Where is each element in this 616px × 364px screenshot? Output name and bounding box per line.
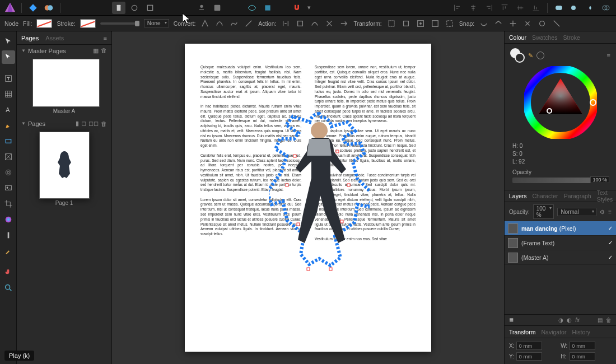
stroke-width-slider[interactable] xyxy=(100,22,139,25)
convert-line-icon[interactable] xyxy=(244,18,254,29)
x-field[interactable] xyxy=(516,342,542,350)
tf-cycle-icon[interactable] xyxy=(430,18,440,29)
tab-paragraph[interactable]: Paragraph xyxy=(564,193,591,199)
fill-swatch[interactable] xyxy=(36,19,52,28)
snap-5-icon[interactable] xyxy=(537,18,547,29)
snap-magnet-icon[interactable] xyxy=(290,2,304,14)
tab-pages[interactable]: Pages xyxy=(21,35,39,41)
frame-text-tool-icon[interactable]: T xyxy=(2,72,15,85)
toggle-grid-icon[interactable] xyxy=(211,2,224,14)
snap-2-icon[interactable] xyxy=(493,18,503,29)
mask-icon[interactable]: ◑ xyxy=(558,317,563,323)
smooth-curve-icon[interactable] xyxy=(310,18,320,29)
master-thumbnail[interactable] xyxy=(32,59,100,107)
blend-mode-dropdown[interactable]: Normal xyxy=(557,208,596,216)
node-tool-icon[interactable] xyxy=(2,50,15,64)
layer-row[interactable]: (Master A) ✓ xyxy=(505,250,616,265)
close-curve-icon[interactable] xyxy=(295,18,305,29)
align-bottom-icon[interactable] xyxy=(529,2,543,14)
w-field[interactable] xyxy=(570,342,595,350)
tf-origin-icon[interactable] xyxy=(416,18,426,29)
place-image-tool-icon[interactable] xyxy=(2,181,15,195)
tab-history[interactable]: History xyxy=(572,329,590,335)
panel-menu-icon[interactable]: ≡ xyxy=(104,35,107,41)
tf-hide-icon[interactable] xyxy=(445,18,455,29)
boolean-int-icon[interactable] xyxy=(584,2,597,14)
pages-section[interactable]: Pages ▮ ◻ ◻◻ 🗑 xyxy=(17,118,111,129)
tab-stroke[interactable]: Stroke xyxy=(563,34,580,41)
wrapped-image[interactable] xyxy=(269,111,370,296)
view-hand-tool-icon[interactable] xyxy=(2,265,15,279)
tab-swatches[interactable]: Swatches xyxy=(532,34,558,41)
convert-smooth-icon[interactable] xyxy=(214,18,225,29)
delete-page-icon[interactable]: 🗑 xyxy=(101,120,107,127)
clip-icon[interactable] xyxy=(261,2,274,14)
snap-4-icon[interactable] xyxy=(522,18,533,29)
align-top-icon[interactable] xyxy=(498,2,511,14)
layer-settings-icon[interactable]: ⚙ xyxy=(600,209,605,215)
persona-photo-icon[interactable] xyxy=(42,2,55,14)
delete-master-icon[interactable]: 🗑 xyxy=(101,47,107,54)
align-middle-icon[interactable] xyxy=(514,2,527,14)
delete-layer-icon[interactable]: 🗑 xyxy=(606,317,612,323)
document-page[interactable]: Quisque malesuada volutpat enim. Vestibu… xyxy=(185,44,431,352)
fx-icon[interactable]: fx xyxy=(575,317,580,323)
eyedropper-tool-icon[interactable] xyxy=(2,244,15,258)
transparency-tool-icon[interactable] xyxy=(2,228,15,242)
snap-6-icon[interactable] xyxy=(552,18,562,29)
fill-stroke-selector-icon[interactable] xyxy=(510,48,525,63)
facing-pages-icon[interactable]: ◻◻ xyxy=(88,120,99,127)
tab-colour[interactable]: Colour xyxy=(509,34,526,41)
picture-frame-tool-icon[interactable] xyxy=(2,150,15,164)
add-master-icon[interactable]: ▦ xyxy=(93,47,99,54)
tab-layers[interactable]: Layers xyxy=(509,193,527,199)
snap-3-icon[interactable] xyxy=(508,18,518,29)
layer-visible-checkbox[interactable]: ✓ xyxy=(608,254,613,260)
master-pages-section[interactable]: Master Pages ▦🗑 xyxy=(17,45,111,57)
play-button[interactable]: Play (k) xyxy=(4,351,34,361)
pen-tool-icon[interactable] xyxy=(2,119,15,132)
reverse-curve-icon[interactable] xyxy=(339,18,349,29)
artistic-text-tool-icon[interactable]: A xyxy=(2,103,15,116)
persona-designer-icon[interactable] xyxy=(26,2,40,14)
tab-character[interactable]: Character xyxy=(533,193,558,199)
view-mode-single-icon[interactable] xyxy=(112,2,125,14)
view-mode-crop-icon[interactable] xyxy=(143,2,157,14)
tab-navigator[interactable]: Navigator xyxy=(541,329,566,335)
table-tool-icon[interactable] xyxy=(2,87,15,101)
layer-opacity-field[interactable]: 100 % xyxy=(533,204,554,219)
baseline-icon[interactable] xyxy=(195,2,208,14)
adjust-icon[interactable]: ◐ xyxy=(567,317,572,323)
crop-tool-icon[interactable] xyxy=(2,197,15,211)
tf-enable-icon[interactable] xyxy=(386,18,396,29)
zoom-tool-icon[interactable] xyxy=(2,281,15,295)
layer-visible-checkbox[interactable]: ✓ xyxy=(608,240,613,246)
stock-tool-icon[interactable] xyxy=(2,166,15,179)
convert-smart-icon[interactable] xyxy=(229,18,239,29)
convert-sharp-icon[interactable] xyxy=(200,18,210,29)
stroke-swatch[interactable] xyxy=(80,19,96,28)
stroke-width-dropdown[interactable]: None xyxy=(144,19,169,27)
break-icon[interactable] xyxy=(281,18,291,29)
snap-1-icon[interactable] xyxy=(479,18,489,29)
tab-transform[interactable]: Transform xyxy=(509,329,535,335)
y-field[interactable] xyxy=(516,352,542,361)
h-field[interactable] xyxy=(570,352,595,361)
align-left-icon[interactable] xyxy=(451,2,464,14)
align-right-icon[interactable] xyxy=(482,2,496,14)
tab-textstyles[interactable]: Text Styles xyxy=(597,189,613,203)
tf-selbox-icon[interactable] xyxy=(401,18,411,29)
colour-menu-icon[interactable]: ≡ xyxy=(607,52,610,59)
preview-icon[interactable] xyxy=(245,2,259,14)
layer-visible-checkbox[interactable]: ✓ xyxy=(608,225,613,231)
layers-blend-icon[interactable]: ≣ xyxy=(509,317,514,323)
boolean-sub-icon[interactable] xyxy=(568,2,581,14)
rectangle-tool-icon[interactable] xyxy=(2,134,15,148)
boolean-xor-icon[interactable] xyxy=(599,2,613,14)
colour-none-icon[interactable] xyxy=(536,52,544,59)
boolean-add-icon[interactable] xyxy=(552,2,566,14)
colour-eyedropper-icon[interactable]: ✎ xyxy=(528,52,533,59)
spread-icon[interactable]: ◻ xyxy=(81,120,86,127)
join-curves-icon[interactable] xyxy=(324,18,334,29)
layer-row[interactable]: (Frame Text) ✓ xyxy=(505,236,616,250)
